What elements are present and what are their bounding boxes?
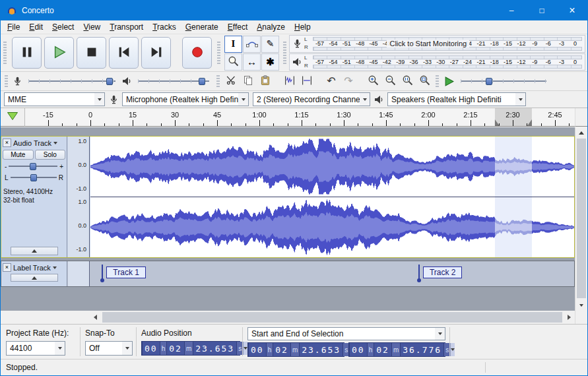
- slider-thumb[interactable]: [106, 78, 113, 85]
- playback-meter[interactable]: LR-57-54-51-48-45-42-39-36-33-30-27-24-2…: [289, 53, 585, 71]
- label-track-close-button[interactable]: ×: [3, 263, 11, 272]
- minimize-button[interactable]: –: [496, 1, 527, 20]
- scroll-up-arrow[interactable]: [575, 127, 587, 139]
- redo-button[interactable]: ↷: [341, 73, 356, 89]
- play-button[interactable]: [44, 37, 74, 69]
- fit-project-button[interactable]: [416, 73, 432, 89]
- time-digits-h[interactable]: 00: [248, 343, 266, 356]
- menu-analyze[interactable]: Analyze: [252, 21, 290, 33]
- gain-slider-thumb[interactable]: [30, 163, 36, 170]
- selection-tool-button[interactable]: I: [224, 36, 242, 53]
- meter-toolbar-grip[interactable]: [283, 42, 286, 64]
- time-dropdown-arrow-icon[interactable]: [450, 343, 455, 356]
- scroll-down-arrow[interactable]: [575, 299, 587, 311]
- pan-slider[interactable]: [11, 173, 57, 181]
- fit-selection-button[interactable]: [399, 73, 415, 89]
- time-digits-m[interactable]: 02: [374, 343, 391, 356]
- mixer-toolbar-grip[interactable]: [5, 75, 8, 87]
- recording-volume-slider[interactable]: [28, 76, 115, 86]
- menu-edit[interactable]: Edit: [24, 21, 48, 33]
- selection-end-time[interactable]: 00h02m36.776s: [348, 342, 445, 357]
- menu-tracks[interactable]: Tracks: [148, 21, 181, 33]
- play-at-speed-icon[interactable]: [441, 77, 456, 86]
- audio-track-collapse-button[interactable]: [11, 247, 58, 255]
- stop-button[interactable]: [77, 37, 106, 69]
- time-digits-s[interactable]: 23.653: [193, 342, 236, 355]
- menu-file[interactable]: File: [3, 21, 24, 33]
- recording-meter[interactable]: LR-57-54-51-48-45-42-39-36-33-30-27-24-2…: [289, 35, 585, 53]
- silence-selection-button[interactable]: [299, 73, 315, 89]
- trim-outside-button[interactable]: [282, 73, 298, 89]
- cut-button[interactable]: [223, 73, 239, 89]
- audio-position-time[interactable]: 00h02m23.653s: [141, 341, 240, 356]
- time-digits-s[interactable]: 36.776: [400, 343, 443, 356]
- monitoring-overlay-text[interactable]: Click to Start Monitoring: [387, 40, 469, 47]
- pan-slider-thumb[interactable]: [30, 174, 37, 181]
- menu-select[interactable]: Select: [48, 21, 79, 33]
- time-digits-m[interactable]: 02: [166, 342, 184, 355]
- solo-button[interactable]: Solo: [35, 150, 66, 160]
- menu-effect[interactable]: Effect: [223, 21, 252, 33]
- playback-volume-slider[interactable]: [138, 76, 209, 86]
- project-rate-select[interactable]: 44100: [6, 341, 65, 356]
- skip-to-end-button[interactable]: [141, 37, 171, 69]
- selection-start-time[interactable]: 00h02m23.653s: [247, 342, 344, 357]
- timeshift-tool-button[interactable]: ↔: [243, 53, 261, 71]
- recording-device-select[interactable]: Microphone (Realtek High Defini: [122, 92, 249, 106]
- menu-view[interactable]: View: [79, 21, 105, 33]
- transport-toolbar-grip[interactable]: [3, 42, 7, 64]
- multi-tool-tool-button[interactable]: ✱: [261, 53, 279, 71]
- waveform-display[interactable]: [90, 137, 574, 257]
- snap-to-select[interactable]: Off: [85, 341, 133, 356]
- horizontal-scrollbar[interactable]: [101, 311, 564, 324]
- scroll-left-arrow[interactable]: [90, 311, 101, 324]
- paste-button[interactable]: [257, 73, 273, 89]
- gain-slider[interactable]: [9, 162, 57, 170]
- record-button[interactable]: [182, 37, 212, 69]
- slider-thumb[interactable]: [486, 78, 492, 85]
- audio-track-close-button[interactable]: ×: [3, 139, 11, 147]
- selection-mode-select[interactable]: Start and End of Selection: [247, 327, 445, 340]
- track-menu-arrow-icon[interactable]: [53, 266, 57, 269]
- time-digits-s[interactable]: 23.653: [299, 343, 343, 356]
- vertical-scrollbar[interactable]: [575, 127, 587, 311]
- audio-track-title[interactable]: Audio Track: [13, 139, 51, 147]
- playback-device-select[interactable]: Speakers (Realtek High Definiti: [387, 92, 526, 106]
- zoom-out-button[interactable]: [382, 73, 398, 89]
- menu-help[interactable]: Help: [290, 21, 315, 33]
- label-marker[interactable]: [418, 265, 420, 281]
- label-text-box[interactable]: Track 2: [423, 266, 463, 278]
- scroll-right-arrow[interactable]: [564, 311, 575, 324]
- track-menu-arrow-icon[interactable]: [53, 142, 57, 144]
- timeline-ruler[interactable]: [25, 108, 575, 127]
- label-marker[interactable]: [102, 265, 103, 281]
- zoom-in-button[interactable]: [365, 73, 381, 89]
- menu-generate[interactable]: Generate: [181, 21, 223, 33]
- tools-toolbar-grip[interactable]: [217, 42, 220, 64]
- time-digits-m[interactable]: 02: [273, 343, 290, 356]
- pause-button[interactable]: [12, 37, 42, 69]
- envelope-tool-button[interactable]: [243, 36, 261, 53]
- vertical-scrollbar-thumb[interactable]: [577, 139, 586, 298]
- skip-to-start-button[interactable]: [109, 37, 139, 69]
- play-speed-slider[interactable]: [461, 76, 546, 86]
- label-track-content[interactable]: Track 1Track 2: [90, 261, 574, 286]
- close-button[interactable]: ×: [557, 1, 587, 20]
- horizontal-scrollbar-thumb[interactable]: [102, 312, 562, 323]
- draw-tool-button[interactable]: ✎: [261, 36, 279, 53]
- undo-button[interactable]: ↶: [323, 73, 339, 89]
- label-track-title[interactable]: Label Track: [13, 264, 51, 272]
- timeline-options-button[interactable]: [1, 108, 25, 127]
- recording-channels-select[interactable]: 2 (Stereo) Recording Channels: [253, 92, 370, 106]
- vertical-scale-ruler[interactable]: 1.00.0-1.01.00.0-1.0: [68, 137, 90, 257]
- label-text-box[interactable]: Track 1: [106, 266, 146, 278]
- menu-transport[interactable]: Transport: [105, 21, 148, 33]
- mute-button[interactable]: Mute: [3, 150, 34, 160]
- edit-toolbar-grip[interactable]: [216, 75, 220, 87]
- audio-host-select[interactable]: MME: [4, 92, 105, 106]
- time-digits-h[interactable]: 00: [142, 342, 160, 355]
- time-digits-h[interactable]: 00: [349, 343, 367, 356]
- maximize-button[interactable]: □: [527, 1, 557, 20]
- play-at-speed-toolbar-grip[interactable]: [436, 75, 439, 87]
- copy-button[interactable]: [240, 73, 256, 89]
